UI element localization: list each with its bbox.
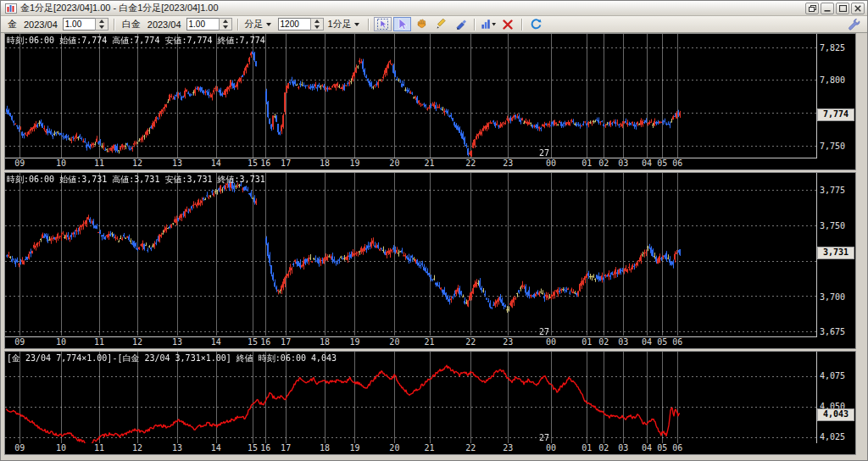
y-tick-label: 3,750: [820, 221, 845, 230]
x-tick-label: 20: [389, 443, 399, 453]
x-tick-label: 03: [618, 158, 628, 168]
bar-count-spinner: 1200: [278, 18, 324, 31]
spread-time-axis: 0910111213141516171819202122230001020304…: [5, 443, 855, 454]
x-tick-label: 11: [94, 443, 104, 453]
x-tick-label: 12: [132, 337, 142, 347]
x-tick-label: 09: [14, 337, 25, 347]
gold-price-axis: 7,7507,7757,8007,825 7,774: [817, 34, 855, 158]
cursor-tool-button[interactable]: [393, 17, 411, 31]
period-mode-dropdown[interactable]: 分足: [244, 17, 275, 31]
cursor-icon: [396, 18, 409, 31]
reload-icon: [530, 18, 542, 31]
x-tick-label: 20: [389, 158, 399, 168]
delete-drawings-button[interactable]: [499, 17, 517, 31]
chart-style-dropdown-button[interactable]: [480, 17, 498, 31]
spread-price-axis: 4,0254,0504,075 4,043: [817, 352, 855, 444]
spread-last-price-tag: 4,043: [817, 408, 854, 421]
bar-count-down-button[interactable]: [311, 25, 323, 31]
date-change-marker: 27: [539, 148, 549, 158]
x-tick-label: 05: [657, 443, 667, 453]
x-tick-label: 00: [546, 337, 556, 347]
bar-chart-icon: [481, 18, 497, 31]
title-bar[interactable]: 金1分足[2023/04]1.00 - 白金1分足[2023/04]1.00: [1, 1, 867, 16]
platinum-last-price-tag: 3,731: [817, 247, 854, 259]
gold-ohlc-readout: 時刻:06:00 始値:7,774 高値:7,774 安値:7,774 終値:7…: [7, 35, 265, 47]
gold-candle-canvas[interactable]: [5, 34, 816, 158]
gold-ratio-input[interactable]: 1.00: [63, 18, 95, 31]
float-window-button[interactable]: [805, 3, 819, 14]
x-tick-label: 17: [281, 443, 291, 453]
x-tick-label: 02: [598, 158, 609, 168]
chart-panels-container: 時刻:06:00 始値:7,774 高値:7,774 安値:7,774 終値:7…: [1, 33, 867, 460]
platinum-candle-panel: 時刻:06:00 始値:3,731 高値:3,731 安値:3,731 終値:3…: [4, 172, 856, 348]
x-tick-label: 22: [465, 158, 476, 168]
x-tick-label: 00: [546, 443, 556, 453]
pen-tool-button[interactable]: [452, 17, 470, 31]
x-tick-label: 22: [465, 443, 476, 453]
platinum-ratio-input[interactable]: 1.00: [186, 18, 219, 31]
x-tick-label: 19: [349, 443, 359, 453]
date-change-marker: 27: [539, 433, 549, 442]
x-tick-label: 19: [349, 158, 359, 168]
pencil-tool-button[interactable]: [432, 17, 450, 31]
x-tick-label: 04: [642, 443, 652, 453]
gold-candle-panel: 時刻:06:00 始値:7,774 高値:7,774 安値:7,774 終値:7…: [4, 33, 856, 170]
maximize-button[interactable]: [836, 3, 849, 14]
x-tick-label: 16: [260, 337, 270, 347]
y-tick-label: 3,775: [820, 186, 845, 195]
spread-plot-area[interactable]: [金 23/04 7,774×1.00]-[白金 23/04 3,731×1.0…: [5, 352, 817, 444]
chart-app-window: 金1分足[2023/04]1.00 - 白金1分足[2023/04]1.00 金…: [0, 0, 868, 461]
spread-formula-readout: [金 23/04 7,774×1.00]-[白金 23/04 3,731×1.0…: [7, 353, 337, 364]
x-tick-label: 10: [56, 337, 66, 347]
area-select-icon: [376, 18, 389, 31]
x-tick-label: 03: [618, 337, 628, 347]
window-title: 金1分足[2023/04]1.00 - 白金1分足[2023/04]1.00: [20, 1, 804, 15]
interval-label: 1分足: [328, 18, 352, 31]
x-tick-label: 13: [172, 443, 182, 453]
bar-count-input[interactable]: 1200: [278, 18, 310, 31]
x-tick-label: 09: [14, 443, 25, 453]
platinum-price-axis: 3,6753,7003,7503,775 3,731: [817, 173, 855, 336]
x-tick-label: 02: [598, 337, 609, 347]
y-tick-label: 3,675: [820, 327, 845, 336]
x-tick-label: 17: [281, 158, 291, 168]
x-tick-label: 16: [260, 443, 270, 453]
x-tick-label: 18: [320, 337, 330, 347]
platinum-plot-area[interactable]: 時刻:06:00 始値:3,731 高値:3,731 安値:3,731 終値:3…: [5, 173, 817, 336]
reload-button[interactable]: [527, 17, 545, 31]
x-tick-label: 13: [172, 337, 182, 347]
x-tick-label: 23: [503, 337, 513, 347]
app-chart-icon: [5, 3, 17, 14]
area-select-tool-button[interactable]: [374, 17, 392, 31]
hand-tool-button[interactable]: [413, 17, 431, 31]
period-mode-label: 分足: [245, 18, 264, 31]
toolbar-separator: [474, 19, 476, 31]
x-tick-label: 21: [425, 443, 435, 453]
settings-wrench-button[interactable]: [845, 17, 863, 31]
chevron-down-icon: [354, 23, 359, 26]
x-tick-label: 23: [503, 158, 513, 168]
pencil-icon: [435, 18, 448, 31]
gold-ratio-down-button[interactable]: [96, 25, 108, 31]
y-tick-label: 7,825: [820, 43, 845, 53]
x-tick-label: 02: [598, 443, 609, 453]
minimize-button[interactable]: [821, 3, 834, 14]
x-tick-label: 12: [132, 158, 142, 168]
gold-ratio-spinner: 1.00: [63, 18, 108, 31]
x-tick-label: 22: [465, 337, 476, 347]
x-tick-label: 01: [581, 158, 592, 168]
gold-plot-area[interactable]: 時刻:06:00 始値:7,774 高値:7,774 安値:7,774 終値:7…: [5, 34, 817, 158]
toolbar-separator: [114, 19, 115, 31]
x-tick-label: 06: [672, 443, 682, 453]
x-tick-label: 01: [581, 337, 592, 347]
platinum-ratio-down-button[interactable]: [220, 25, 231, 31]
interval-dropdown[interactable]: 1分足: [327, 17, 363, 31]
platinum-candle-canvas[interactable]: [5, 173, 816, 336]
x-tick-label: 04: [642, 158, 652, 168]
x-tick-label: 18: [320, 158, 330, 168]
x-tick-label: 14: [211, 158, 221, 168]
spread-line-canvas[interactable]: [5, 352, 816, 443]
platinum-time-axis: 0910111213141516171819202122230001020304…: [5, 337, 855, 348]
close-button[interactable]: [851, 3, 865, 14]
gold-time-axis: 0910111213141516171819202122230001020304…: [5, 158, 855, 169]
